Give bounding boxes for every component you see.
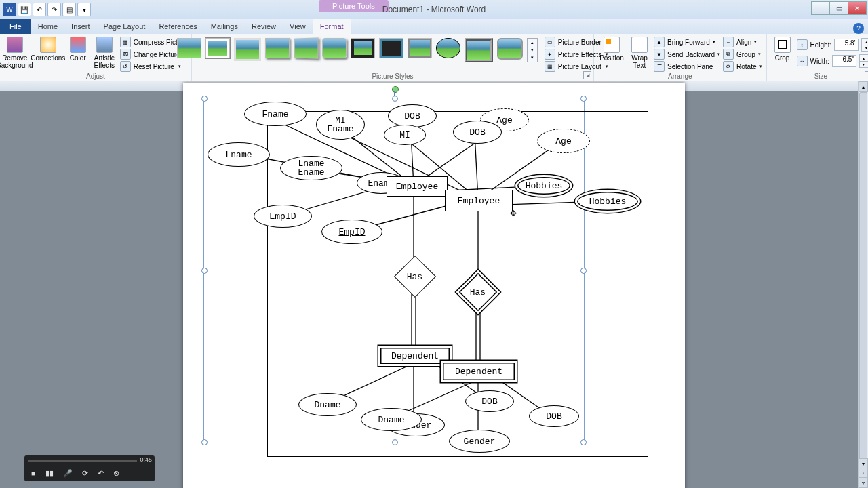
er-dob-1: DOB xyxy=(388,104,437,127)
rotate-button[interactable]: ⟳Rotate▾ xyxy=(723,61,762,72)
er-employee-2: Employee xyxy=(445,190,513,211)
forward-icon: ▲ xyxy=(654,37,665,47)
position-button[interactable]: Position xyxy=(598,35,625,62)
video-mic-icon[interactable]: 🎤 xyxy=(63,469,73,478)
picture-style-2[interactable] xyxy=(205,38,230,58)
video-progress[interactable] xyxy=(28,460,137,462)
title-bar: W 💾 ↶ ↷ ▤ ▾ Picture Tools Document1 - Mi… xyxy=(0,0,868,19)
video-stop-icon[interactable]: ■ xyxy=(31,469,36,477)
gallery-scroll[interactable]: ▴▾▾ xyxy=(527,38,538,62)
remove-bg-icon xyxy=(7,37,23,53)
group-label-adjust: Adjust xyxy=(0,73,191,80)
er-hobbies-2: Hobbies xyxy=(575,190,640,213)
er-age-2: Age xyxy=(537,129,590,153)
height-spinner[interactable]: ▴▾ xyxy=(861,38,868,52)
wrap-icon xyxy=(631,37,648,53)
vertical-scrollbar[interactable]: ▴ ▾ ◦ ▿ xyxy=(858,81,868,488)
video-close-icon[interactable]: ⊗ xyxy=(113,469,119,478)
color-icon xyxy=(70,37,86,53)
remove-background-button[interactable]: Remove Background xyxy=(1,35,29,69)
tab-home[interactable]: Home xyxy=(31,19,64,34)
qat-more-icon[interactable]: ▾ xyxy=(77,3,91,16)
height-icon: ↕ xyxy=(797,39,808,50)
wrap-text-button[interactable]: Wrap Text xyxy=(628,35,651,69)
undo-icon[interactable]: ↶ xyxy=(33,3,46,16)
group-arrange: Position Wrap Text ▲Bring Forward▾ ▼Send… xyxy=(594,34,767,81)
effects-icon: ✦ xyxy=(545,49,555,60)
size-launcher[interactable]: ◢ xyxy=(865,71,868,79)
width-label: Width: xyxy=(810,58,829,65)
align-button[interactable]: ≡Align▾ xyxy=(723,37,762,47)
help-icon[interactable]: ? xyxy=(853,23,864,34)
move-cursor-icon: ✥ xyxy=(510,209,517,218)
selection-pane-button[interactable]: ☰Selection Pane xyxy=(654,61,720,72)
er-lname-1: Lname xyxy=(208,142,270,167)
tab-references[interactable]: References xyxy=(152,19,203,34)
picture-style-gallery[interactable]: ▴▾▾ xyxy=(177,35,538,62)
crop-icon xyxy=(774,37,791,53)
redo-icon[interactable]: ↷ xyxy=(47,3,61,16)
group-size: Crop ↕ Height: 5.8" ▴▾ ↔ Width: 6.5" ▴▾ … xyxy=(767,34,868,81)
word-icon[interactable]: W xyxy=(3,3,16,16)
next-page-icon[interactable]: ▿ xyxy=(859,477,868,488)
er-hobbies-1: Hobbies xyxy=(515,175,572,197)
scroll-up-icon[interactable]: ▴ xyxy=(859,81,868,92)
group-button[interactable]: ⧉Group▾ xyxy=(723,49,762,60)
tab-view[interactable]: View xyxy=(283,19,313,34)
minimize-button[interactable]: — xyxy=(811,1,830,15)
picture-style-10[interactable] xyxy=(436,38,460,58)
tab-review[interactable]: Review xyxy=(245,19,283,34)
picture-style-11[interactable] xyxy=(465,38,493,62)
picture-style-6[interactable] xyxy=(322,38,347,58)
picture-style-7[interactable] xyxy=(351,38,375,58)
window-controls: — ▭ ✕ xyxy=(812,1,867,15)
tab-mailings[interactable]: Mailings xyxy=(204,19,245,34)
picture-style-5[interactable] xyxy=(294,37,319,58)
er-dob-dep-1: DOB xyxy=(465,390,514,412)
video-time: 0:45 xyxy=(140,456,152,463)
video-undo-icon[interactable]: ↶ xyxy=(98,469,104,478)
tab-page-layout[interactable]: Page Layout xyxy=(97,19,153,34)
er-dob-2: DOB xyxy=(453,121,502,144)
close-button[interactable]: ✕ xyxy=(848,1,867,15)
color-button[interactable]: Color xyxy=(67,35,89,62)
picture-style-8[interactable] xyxy=(379,38,403,58)
er-mi-2: MI xyxy=(384,125,426,145)
corrections-icon xyxy=(40,37,56,53)
crop-button[interactable]: Crop xyxy=(771,35,794,62)
contextual-tab-label: Picture Tools xyxy=(319,0,389,12)
picture-style-12[interactable] xyxy=(497,38,523,60)
group-adjust: Remove Background Corrections Color Arti… xyxy=(0,34,192,81)
group-icon: ⧉ xyxy=(723,49,734,60)
picture-style-4[interactable] xyxy=(265,38,290,58)
er-dname-1: Dname xyxy=(298,393,357,416)
video-refresh-icon[interactable]: ⟳ xyxy=(82,469,88,478)
width-spinner[interactable]: ▴▾ xyxy=(859,54,868,68)
position-icon xyxy=(604,37,620,53)
artistic-effects-button[interactable]: Artistic Effects xyxy=(92,35,117,69)
width-input[interactable]: 6.5" xyxy=(832,55,856,67)
video-controls: 0:45 ■ ▮▮ 🎤 ⟳ ↶ ⊗ xyxy=(24,455,155,481)
picture-style-1[interactable] xyxy=(177,38,201,58)
pic-layout-icon: ▦ xyxy=(545,61,555,72)
picture-style-3[interactable] xyxy=(234,38,261,61)
restore-button[interactable]: ▭ xyxy=(829,1,848,15)
styles-launcher[interactable]: ◢ xyxy=(583,71,591,79)
save-icon[interactable]: 💾 xyxy=(18,3,31,16)
document-title: Document1 - Microsoft Word xyxy=(382,0,486,19)
selpane-icon: ☰ xyxy=(654,61,665,72)
document-page[interactable]: Fname MI Fname DOB Age Lname Lname Ename… xyxy=(183,83,685,488)
corrections-button[interactable]: Corrections xyxy=(32,35,64,62)
er-mi-fname: MI Fname xyxy=(316,110,365,140)
scroll-thumb[interactable] xyxy=(859,92,867,473)
border-icon: ▭ xyxy=(545,37,555,47)
height-input[interactable]: 5.8" xyxy=(834,39,859,51)
tab-file[interactable]: File xyxy=(0,19,31,34)
tab-insert[interactable]: Insert xyxy=(64,19,97,34)
tab-format[interactable]: Format xyxy=(313,18,351,34)
picture-style-9[interactable] xyxy=(408,38,432,58)
bring-forward-button[interactable]: ▲Bring Forward▾ xyxy=(654,37,720,47)
video-pause-icon[interactable]: ▮▮ xyxy=(45,469,54,478)
send-backward-button[interactable]: ▼Send Backward▾ xyxy=(654,49,720,60)
qat-item-icon[interactable]: ▤ xyxy=(62,3,76,16)
